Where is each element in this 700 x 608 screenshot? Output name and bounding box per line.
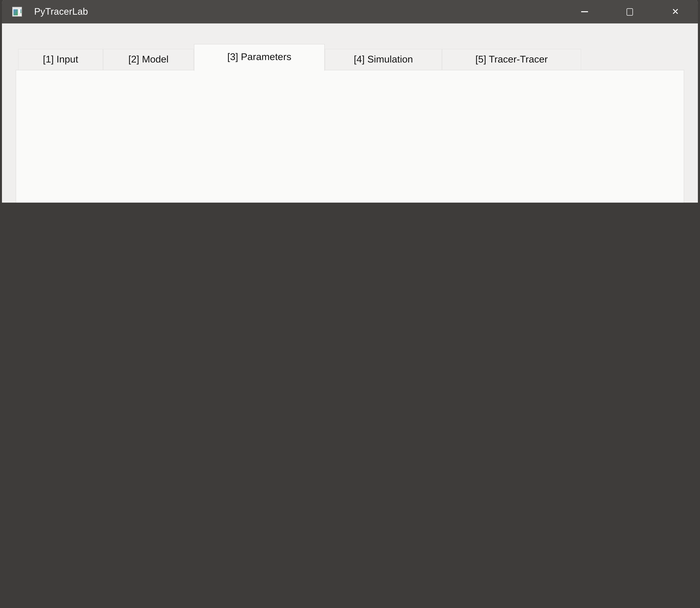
- tab-tracer-tracer[interactable]: [5] Tracer-Tracer: [442, 49, 581, 70]
- tab-simulation[interactable]: [4] Simulation: [325, 49, 442, 70]
- window-title: PyTracerLab: [34, 0, 88, 23]
- app-window-icon: [12, 7, 22, 17]
- close-icon: ✕: [672, 7, 679, 16]
- tab-content-pane: [16, 70, 684, 203]
- tab-parameters[interactable]: [3] Parameters: [194, 44, 325, 71]
- close-button[interactable]: ✕: [660, 0, 691, 23]
- screenshot-stage: PyTracerLab ✕ [1] Input [2] Model [3] Pa…: [0, 0, 700, 203]
- minimize-icon: [581, 11, 588, 12]
- maximize-button[interactable]: [614, 0, 645, 23]
- maximize-icon: [626, 8, 633, 16]
- titlebar[interactable]: PyTracerLab ✕: [2, 0, 698, 23]
- app-window: PyTracerLab ✕ [1] Input [2] Model [3] Pa…: [0, 0, 700, 203]
- tab-model[interactable]: [2] Model: [103, 49, 194, 70]
- minimize-button[interactable]: [569, 0, 600, 23]
- tab-input[interactable]: [1] Input: [18, 49, 103, 70]
